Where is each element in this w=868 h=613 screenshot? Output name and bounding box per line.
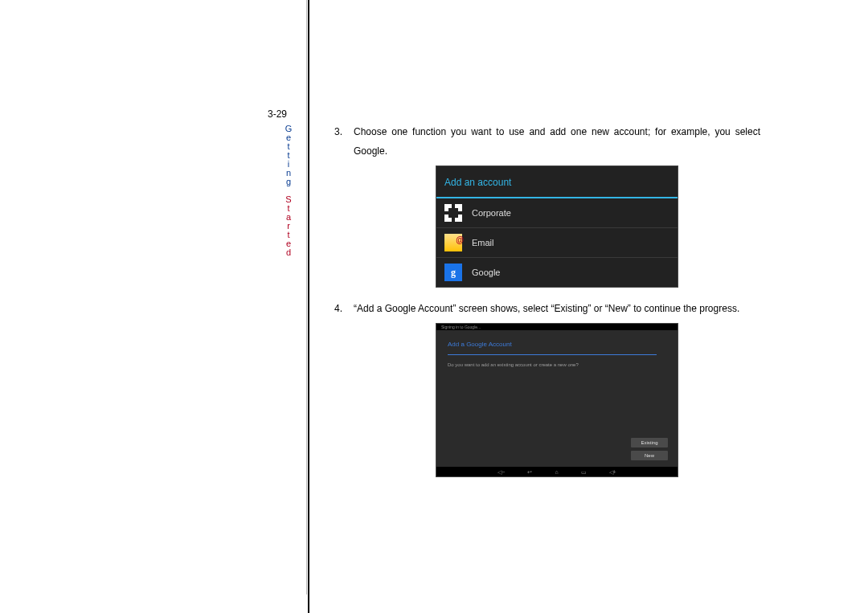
android-nav-bar: ◁− ↩ ⌂ ▭ ◁+ xyxy=(436,467,678,476)
section-title-vertical: Getting Started xyxy=(283,125,296,257)
corporate-icon xyxy=(444,204,462,222)
account-row-email[interactable]: Email xyxy=(436,228,678,258)
step-3: Choose one function you want to use and … xyxy=(354,122,760,288)
account-row-corporate[interactable]: Corporate xyxy=(436,198,678,228)
vol-down-icon[interactable]: ◁− xyxy=(497,469,505,475)
step-4: “Add a Google Account” screen shows, sel… xyxy=(354,299,760,477)
vol-up-icon[interactable]: ◁+ xyxy=(609,469,616,475)
existing-button[interactable]: Existing xyxy=(631,438,668,447)
account-row-google[interactable]: g Google xyxy=(436,258,678,287)
account-label: Google xyxy=(472,264,500,281)
account-label: Corporate xyxy=(472,204,511,222)
add-account-header: Add an account xyxy=(436,166,678,198)
step-4-text: “Add a Google Account” screen shows, sel… xyxy=(354,303,739,314)
new-button[interactable]: New xyxy=(631,451,668,460)
page-gutter xyxy=(308,0,309,613)
google-icon: g xyxy=(444,264,462,281)
step-list: Choose one function you want to use and … xyxy=(334,122,760,477)
home-icon[interactable]: ⌂ xyxy=(555,469,558,475)
page-gutter-light xyxy=(306,0,307,595)
dialog-buttons: Existing New xyxy=(631,438,668,460)
android-status-bar: Signing in to Google... xyxy=(436,324,678,330)
dialog-title: Add a Google Account xyxy=(448,338,657,355)
recent-icon[interactable]: ▭ xyxy=(581,469,587,475)
step-3-text: Choose one function you want to use and … xyxy=(354,126,760,157)
content-area: Choose one function you want to use and … xyxy=(334,122,760,488)
page-number: 3-29 xyxy=(268,108,287,120)
screenshot-add-account: Add an account Corporate Email g Google xyxy=(436,166,678,288)
back-icon[interactable]: ↩ xyxy=(527,469,532,475)
dialog-body: Add a Google Account Do you want to add … xyxy=(436,330,678,378)
account-label: Email xyxy=(472,234,494,251)
manual-page: 3-29 Getting Started Choose one function… xyxy=(0,0,868,613)
dialog-question: Do you want to add an existing account o… xyxy=(448,360,666,370)
email-icon xyxy=(444,234,462,251)
screenshot-google-account: Signing in to Google... Add a Google Acc… xyxy=(436,323,678,477)
